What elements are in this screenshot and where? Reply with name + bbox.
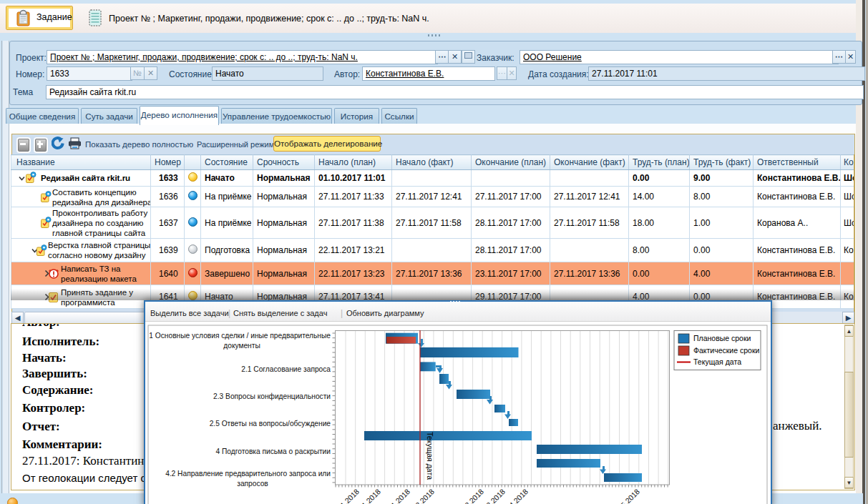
svg-text:2.5 Ответы на вопросы/обсужден: 2.5 Ответы на вопросы/обсуждение	[210, 420, 331, 428]
svg-text:1 Основные условия сделки / ин: 1 Основные условия сделки / иные предвар…	[149, 332, 331, 340]
svg-text:документы: документы	[223, 342, 260, 350]
svg-text:4.2 Направление предварительно: 4.2 Направление предварительного запроса…	[165, 470, 331, 478]
svg-text:2.3 Вопросы конфиденциальности: 2.3 Вопросы конфиденциальности	[213, 392, 331, 400]
svg-text:2.1 Согласование запроса: 2.1 Согласование запроса	[241, 365, 331, 373]
svg-text:Фактические сроки: Фактические сроки	[693, 346, 760, 355]
svg-text:Плановые сроки: Плановые сроки	[693, 334, 751, 342]
svg-text:4 Подготовка письма о раскрыти: 4 Подготовка письма о раскрытии	[216, 448, 331, 455]
svg-text:Текущая дата: Текущая дата	[693, 357, 741, 366]
svg-text:Текущая дата: Текущая дата	[426, 432, 434, 480]
svg-text:запросов: запросов	[237, 480, 268, 488]
